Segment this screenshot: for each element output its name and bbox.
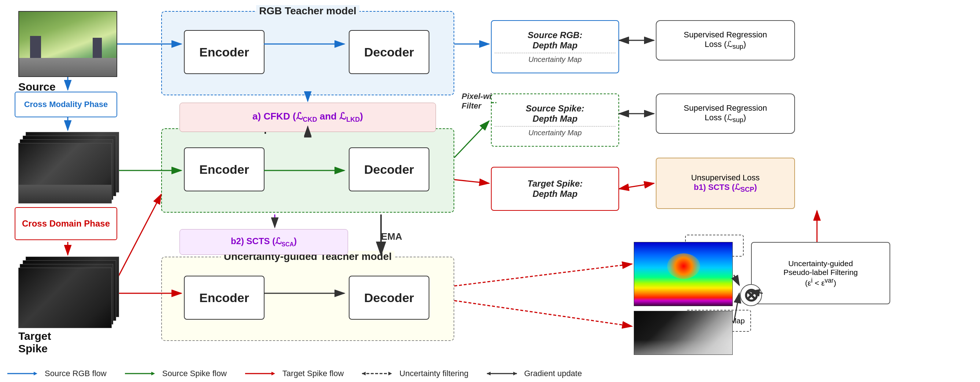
legend-target-spike-text: Target Spike flow — [282, 369, 344, 378]
svg-line-19 — [619, 183, 654, 189]
legend-uncertainty-filter-text: Uncertainty filtering — [399, 369, 468, 378]
svg-marker-40 — [151, 372, 155, 376]
svg-line-22 — [117, 194, 161, 279]
cfkd-text: a) CFKD (ℒCKD and ℒLKD) — [253, 111, 363, 123]
source-rgb-uncertainty-map: Uncertainty Map — [495, 53, 616, 64]
sup-reg-loss-2: Supervised RegressionLoss (ℒsup) — [656, 93, 795, 134]
legend-green-arrow — [125, 370, 158, 377]
source-rgb-depth-map: Depth Map — [533, 40, 578, 51]
target-spike-depth-map: Depth Map — [533, 189, 578, 199]
svg-marker-47 — [513, 372, 517, 376]
legend-source-spike: Source Spike flow — [125, 369, 227, 378]
legend-red-arrow — [245, 370, 278, 377]
arrows-svg — [0, 0, 980, 382]
legend-gradient-update-text: Gradient update — [524, 369, 582, 378]
target-spike-depth-box: Target Spike: Depth Map — [491, 167, 619, 211]
unsup-loss-box: Unsupervised Lossb1) SCTS (ℒSCP) — [656, 158, 795, 209]
legend-bidir-arrow — [487, 370, 520, 377]
svg-line-25 — [454, 300, 632, 326]
source-rgb-depth-title: Source RGB: — [528, 30, 582, 40]
cross-modality-phase-text: Cross Modality Phase — [24, 100, 108, 109]
rgb-teacher-label: RGB Teacher model — [256, 5, 360, 17]
legend-gradient-update: Gradient update — [487, 369, 582, 378]
svg-marker-42 — [272, 372, 275, 376]
legend-blue-arrow — [7, 370, 40, 377]
pseudo-label-filter-box: Uncertainty-guidedPseudo-label Filtering… — [751, 242, 890, 304]
cfkd-box: a) CFKD (ℒCKD and ℒLKD) — [180, 103, 436, 132]
scts-b2-box: b2) SCTS (ℒSCA) — [180, 229, 348, 255]
legend-uncertainty-filter: Uncertainty filtering — [362, 369, 468, 378]
diagram-container: RGB Teacher model Encoder Decoder Spike … — [0, 0, 980, 382]
svg-marker-48 — [487, 372, 490, 376]
svg-marker-45 — [362, 372, 366, 376]
rgb-decoder: Decoder — [349, 30, 430, 74]
source-spike-depth-box: Source Spike: Depth Map Uncertainty Map — [491, 93, 619, 147]
legend-source-rgb: Source RGB flow — [7, 369, 107, 378]
source-spike-depth-title: Source Spike: — [526, 103, 584, 113]
source-spike-depth-map: Depth Map — [533, 113, 578, 124]
unsup-loss-text: Unsupervised Lossb1) SCTS (ℒSCP) — [691, 173, 759, 193]
depth-map-visualization — [634, 242, 733, 306]
spike-student-encoder: Encoder — [184, 147, 264, 191]
ug-teacher-decoder: Decoder — [349, 276, 430, 320]
svg-line-16 — [454, 121, 489, 158]
svg-line-17 — [454, 180, 489, 183]
target-spike-depth-title: Target Spike: — [527, 179, 582, 189]
cross-domain-phase-box: Cross Domain Phase — [15, 207, 117, 240]
spike-student-decoder: Decoder — [349, 147, 430, 191]
ema-label: EMA — [381, 231, 402, 242]
legend-source-rgb-text: Source RGB flow — [45, 369, 107, 378]
rgb-teacher-outer: RGB Teacher model Encoder Decoder — [161, 11, 454, 95]
legend-dashed-arrow — [362, 370, 395, 377]
cross-domain-phase-text: Cross Domain Phase — [22, 219, 110, 229]
multiply-symbol: ⊗ — [740, 284, 762, 306]
sup-reg-loss-1-text: Supervised RegressionLoss (ℒsup) — [684, 30, 767, 51]
source-rgb-depth-box: Source RGB: Depth Map Uncertainty Map — [491, 20, 619, 74]
scts-b2-text: b2) SCTS (ℒSCA) — [231, 236, 297, 248]
source-rgb-image — [18, 11, 117, 77]
legend-target-spike: Target Spike flow — [245, 369, 344, 378]
uncertainty-map-visualization — [634, 311, 733, 355]
ug-teacher-outer: Uncertainty-guided Teacher model Encoder… — [161, 257, 454, 341]
sup-reg-loss-1: Supervised RegressionLoss (ℒsup) — [656, 20, 795, 61]
rgb-encoder: Encoder — [184, 30, 264, 74]
svg-marker-38 — [34, 372, 37, 376]
svg-marker-44 — [388, 372, 392, 376]
cross-modality-phase-box: Cross Modality Phase — [15, 92, 117, 117]
sup-reg-loss-2-text: Supervised RegressionLoss (ℒsup) — [684, 103, 767, 124]
target-spike-label: TargetSpike — [18, 330, 51, 355]
legend-area: Source RGB flow Source Spike flow Target… — [7, 369, 960, 378]
source-spike-uncertainty-map: Uncertainty Map — [495, 126, 616, 137]
spike-student-outer: Spike Student model Encoder Decoder — [161, 128, 454, 213]
pseudo-label-filter-text: Uncertainty-guidedPseudo-label Filtering… — [783, 259, 858, 288]
legend-source-spike-text: Source Spike flow — [162, 369, 227, 378]
ug-teacher-encoder: Encoder — [184, 276, 264, 320]
svg-line-24 — [454, 264, 632, 286]
svg-line-32 — [734, 275, 739, 285]
